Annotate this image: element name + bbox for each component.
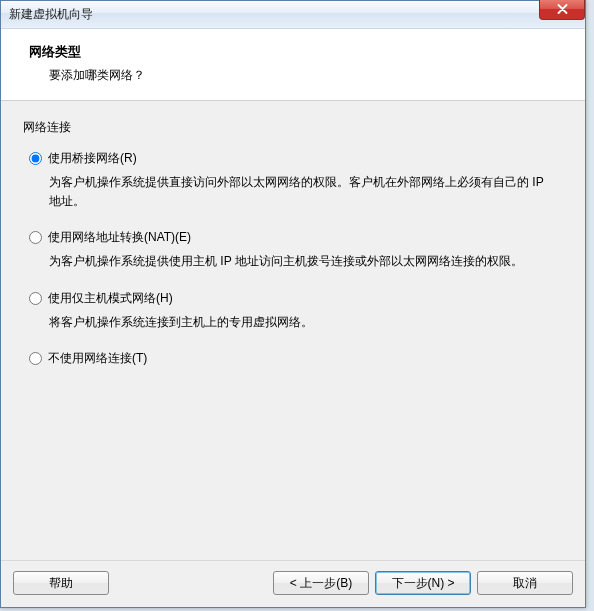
radio-bridged-desc: 为客户机操作系统提供直接访问外部以太网网络的权限。客户机在外部网络上必须有自己的… bbox=[49, 173, 553, 211]
button-bar: 帮助 < 上一步(B) 下一步(N) > 取消 bbox=[1, 560, 585, 607]
radio-bridged[interactable] bbox=[29, 152, 42, 165]
back-button[interactable]: < 上一步(B) bbox=[273, 571, 369, 595]
window-title: 新建虚拟机向导 bbox=[9, 6, 93, 23]
radio-nat-label: 使用网络地址转换(NAT)(E) bbox=[48, 229, 191, 246]
radio-bridged-label: 使用桥接网络(R) bbox=[48, 150, 137, 167]
wizard-header: 网络类型 要添加哪类网络？ bbox=[1, 29, 585, 101]
help-button[interactable]: 帮助 bbox=[13, 571, 109, 595]
option-none: 不使用网络连接(T) bbox=[23, 350, 563, 367]
radio-hostonly-row[interactable]: 使用仅主机模式网络(H) bbox=[29, 290, 563, 307]
radio-nat-row[interactable]: 使用网络地址转换(NAT)(E) bbox=[29, 229, 563, 246]
cancel-button[interactable]: 取消 bbox=[477, 571, 573, 595]
option-nat: 使用网络地址转换(NAT)(E) 为客户机操作系统提供使用主机 IP 地址访问主… bbox=[23, 229, 563, 271]
wizard-window: 新建虚拟机向导 网络类型 要添加哪类网络？ 网络连接 使用桥接网络(R) 为客户… bbox=[0, 0, 586, 608]
group-label-network: 网络连接 bbox=[23, 119, 563, 136]
close-icon bbox=[557, 3, 568, 17]
header-title: 网络类型 bbox=[29, 43, 565, 61]
radio-hostonly-desc: 将客户机操作系统连接到主机上的专用虚拟网络。 bbox=[49, 313, 553, 332]
radio-hostonly[interactable] bbox=[29, 292, 42, 305]
radio-none-row[interactable]: 不使用网络连接(T) bbox=[29, 350, 563, 367]
option-bridged: 使用桥接网络(R) 为客户机操作系统提供直接访问外部以太网网络的权限。客户机在外… bbox=[23, 150, 563, 211]
content-area: 网络连接 使用桥接网络(R) 为客户机操作系统提供直接访问外部以太网网络的权限。… bbox=[1, 101, 585, 560]
radio-nat[interactable] bbox=[29, 231, 42, 244]
header-subtitle: 要添加哪类网络？ bbox=[49, 67, 565, 84]
radio-bridged-row[interactable]: 使用桥接网络(R) bbox=[29, 150, 563, 167]
button-group-right: < 上一步(B) 下一步(N) > 取消 bbox=[273, 571, 573, 595]
titlebar: 新建虚拟机向导 bbox=[1, 1, 585, 29]
option-hostonly: 使用仅主机模式网络(H) 将客户机操作系统连接到主机上的专用虚拟网络。 bbox=[23, 290, 563, 332]
radio-none[interactable] bbox=[29, 352, 42, 365]
radio-hostonly-label: 使用仅主机模式网络(H) bbox=[48, 290, 173, 307]
radio-none-label: 不使用网络连接(T) bbox=[48, 350, 147, 367]
next-button[interactable]: 下一步(N) > bbox=[375, 571, 471, 595]
radio-nat-desc: 为客户机操作系统提供使用主机 IP 地址访问主机拨号连接或外部以太网网络连接的权… bbox=[49, 252, 553, 271]
close-button[interactable] bbox=[539, 0, 585, 20]
